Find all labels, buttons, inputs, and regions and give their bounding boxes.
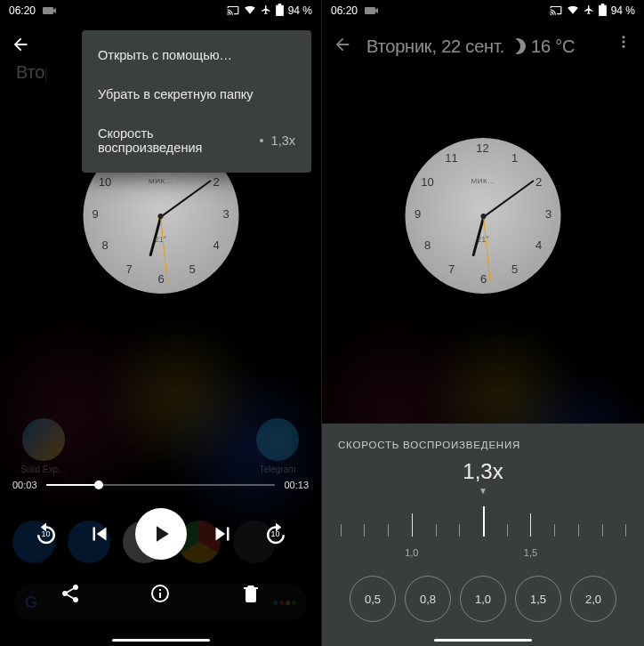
battery-icon [276,4,284,19]
speed-chip[interactable]: 0,8 [405,576,451,622]
seek-thumb[interactable] [94,480,103,489]
wifi-icon [567,4,579,18]
ruler-label: 1,0 [405,547,418,558]
speed-chip[interactable]: 1,5 [515,576,561,622]
skip-previous-button[interactable] [82,516,117,552]
speed-ruler[interactable] [334,503,632,547]
airplane-icon [261,4,271,18]
menu-label: Открыть с помощью… [98,48,232,62]
back-button[interactable] [11,35,30,58]
skip-next-button[interactable] [205,516,240,552]
moon-icon [510,38,526,54]
date-text: Вторник, 22 сент. [366,36,504,57]
clock-city: МИК… [471,177,495,185]
menu-label: Скорость воспроизведения [98,126,253,155]
menu-open-with[interactable]: Открыть с помощью… [82,36,311,75]
menu-label: Убрать в секретную папку [98,87,254,101]
menu-speed-value: 1,3x [271,133,295,148]
speed-chips: 0,5 0,8 1,0 1,5 2,0 [322,576,644,622]
home-indicator[interactable] [112,639,210,642]
clock-city: МИК… [149,177,173,185]
forward-10-button[interactable]: 10 [258,516,294,552]
menu-move-secret[interactable]: Убрать в секретную папку [82,75,311,114]
playback-speed-panel: СКОРОСТЬ ВОСПРОИЗВЕДЕНИЯ 1,3x ▼ 1,0 1,5 … [322,424,644,646]
rewind-10-button[interactable]: 10 [28,516,64,552]
battery-icon [599,4,607,19]
camera-icon [43,7,53,14]
svg-point-1 [623,41,625,44]
pane-left: 06:20 94 % Вторник, 22 сент. Открыть с [0,0,322,646]
time-elapsed: 00:03 [12,480,37,490]
page-title: Вторник, 22 сент. [16,62,46,83]
wifi-icon [244,4,256,18]
cast-icon [227,4,239,18]
speed-chip[interactable]: 0,5 [350,576,396,622]
caret-down-icon: ▼ [322,486,644,496]
camera-icon [365,7,375,14]
page-title: Вторник, 22 сент. 16 °C [366,36,575,57]
pane-right: 06:20 94 % Вторник, 22 сент. 16 °C [322,0,644,646]
seek-bar[interactable] [46,484,276,486]
clock-widget: МИК… 21° 12 1 2 3 4 5 6 7 8 9 10 11 [406,138,561,294]
status-time: 06:20 [9,4,36,17]
battery-percent: 94 % [288,4,312,17]
status-time: 06:20 [331,4,358,17]
airplane-icon [584,4,594,18]
back-button[interactable] [333,35,352,58]
share-button[interactable] [52,576,88,611]
speed-chip[interactable]: 1,0 [460,576,506,622]
battery-percent: 94 % [611,4,635,17]
menu-playback-speed[interactable]: Скорость воспроизведения • 1,3x [82,114,311,167]
speed-panel-title: СКОРОСТЬ ВОСПРОИЗВЕДЕНИЯ [322,440,644,459]
info-button[interactable] [142,576,178,611]
time-duration: 00:13 [284,480,309,490]
home-indicator[interactable] [434,639,532,642]
overflow-menu: Открыть с помощью… Убрать в секретную па… [82,30,311,173]
cast-icon [550,4,562,18]
play-button[interactable] [135,508,187,560]
delete-button[interactable] [233,576,269,611]
speed-chip[interactable]: 2,0 [570,576,616,622]
overflow-button[interactable] [616,34,632,53]
video-controls: 00:03 00:13 10 [0,472,321,646]
temp-text: 16 °C [531,36,575,57]
speed-current-value: 1,3x [322,459,644,484]
status-bar: 06:20 94 % [322,0,644,21]
status-bar: 06:20 94 % [0,0,321,21]
svg-point-2 [623,45,625,48]
svg-point-0 [623,36,625,38]
ruler-label: 1,5 [524,547,537,558]
